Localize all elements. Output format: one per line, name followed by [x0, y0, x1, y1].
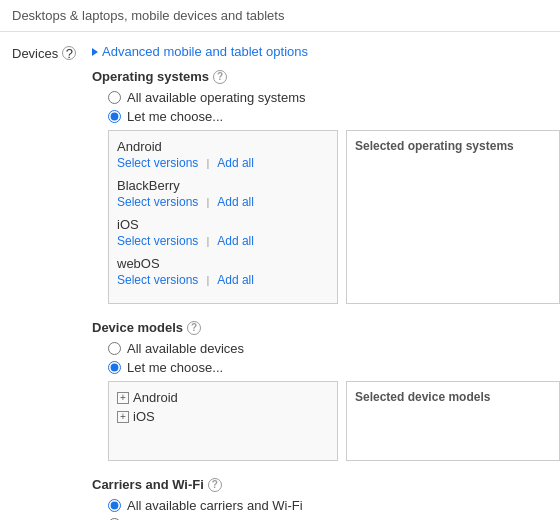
os-all-radio[interactable] — [108, 91, 121, 104]
devices-help-icon[interactable]: ? — [62, 46, 76, 60]
device-models-section: Device models ? All available devices Le… — [92, 320, 560, 461]
device-list-panel: + Android + iOS — [108, 381, 338, 461]
page-header: Desktops & laptops, mobile devices and t… — [0, 0, 560, 32]
os-actions-blackberry: Select versions | Add all — [117, 195, 329, 209]
advanced-link[interactable]: Advanced mobile and tablet options — [102, 44, 308, 59]
device-panel-wrapper: + Android + iOS Selected device models — [108, 381, 560, 461]
separator: | — [206, 157, 209, 169]
os-select-versions-blackberry[interactable]: Select versions — [117, 195, 198, 209]
device-all-radio[interactable] — [108, 342, 121, 355]
separator3: | — [206, 235, 209, 247]
os-section-title: Operating systems — [92, 69, 209, 84]
os-all-radio-row: All available operating systems — [108, 90, 560, 105]
os-select-versions-webos[interactable]: Select versions — [117, 273, 198, 287]
os-name-blackberry: BlackBerry — [117, 178, 329, 193]
os-list-panel: Android Select versions | Add all BlackB… — [108, 130, 338, 304]
device-section-title: Device models — [92, 320, 183, 335]
device-all-radio-row: All available devices — [108, 341, 560, 356]
os-selected-title: Selected operating systems — [355, 139, 551, 153]
os-item-android: Android Select versions | Add all — [117, 139, 329, 170]
device-selected-title: Selected device models — [355, 390, 551, 404]
device-item-android: + Android — [117, 390, 329, 405]
separator2: | — [206, 196, 209, 208]
carriers-section-title: Carriers and Wi-Fi — [92, 477, 204, 492]
devices-label: Devices — [12, 46, 58, 61]
device-choose-radio-row: Let me choose... — [108, 360, 560, 375]
carriers-section: Carriers and Wi-Fi ? All available carri… — [92, 477, 560, 520]
os-select-versions-ios[interactable]: Select versions — [117, 234, 198, 248]
os-name-ios: iOS — [117, 217, 329, 232]
os-choose-label[interactable]: Let me choose... — [127, 109, 223, 124]
device-help-icon[interactable]: ? — [187, 321, 201, 335]
carriers-all-radio[interactable] — [108, 499, 121, 512]
page-title: Desktops & laptops, mobile devices and t… — [12, 8, 284, 23]
os-add-all-ios[interactable]: Add all — [217, 234, 254, 248]
os-add-all-blackberry[interactable]: Add all — [217, 195, 254, 209]
os-select-versions-android[interactable]: Select versions — [117, 156, 198, 170]
os-actions-android: Select versions | Add all — [117, 156, 329, 170]
device-item-ios: + iOS — [117, 409, 329, 424]
os-add-all-android[interactable]: Add all — [217, 156, 254, 170]
os-selected-panel: Selected operating systems — [346, 130, 560, 304]
os-actions-webos: Select versions | Add all — [117, 273, 329, 287]
os-choose-radio[interactable] — [108, 110, 121, 123]
expand-ios-icon[interactable]: + — [117, 411, 129, 423]
expand-icon — [92, 48, 98, 56]
device-selected-panel: Selected device models — [346, 381, 560, 461]
os-all-label[interactable]: All available operating systems — [127, 90, 305, 105]
os-help-icon[interactable]: ? — [213, 70, 227, 84]
expand-android-icon[interactable]: + — [117, 392, 129, 404]
device-all-label[interactable]: All available devices — [127, 341, 244, 356]
os-choose-radio-row: Let me choose... — [108, 109, 560, 124]
os-name-webos: webOS — [117, 256, 329, 271]
device-name-android: Android — [133, 390, 178, 405]
os-item-blackberry: BlackBerry Select versions | Add all — [117, 178, 329, 209]
device-name-ios: iOS — [133, 409, 155, 424]
operating-systems-section: Operating systems ? All available operat… — [92, 69, 560, 304]
device-choose-label[interactable]: Let me choose... — [127, 360, 223, 375]
carriers-all-label[interactable]: All available carriers and Wi-Fi — [127, 498, 303, 513]
os-name-android: Android — [117, 139, 329, 154]
os-actions-ios: Select versions | Add all — [117, 234, 329, 248]
carriers-all-radio-row: All available carriers and Wi-Fi — [108, 498, 560, 513]
advanced-link-row: Advanced mobile and tablet options — [92, 44, 560, 59]
os-item-webos: webOS Select versions | Add all — [117, 256, 329, 287]
separator4: | — [206, 274, 209, 286]
os-add-all-webos[interactable]: Add all — [217, 273, 254, 287]
os-panel-wrapper: Android Select versions | Add all BlackB… — [108, 130, 560, 304]
device-choose-radio[interactable] — [108, 361, 121, 374]
carriers-help-icon[interactable]: ? — [208, 478, 222, 492]
os-item-ios: iOS Select versions | Add all — [117, 217, 329, 248]
